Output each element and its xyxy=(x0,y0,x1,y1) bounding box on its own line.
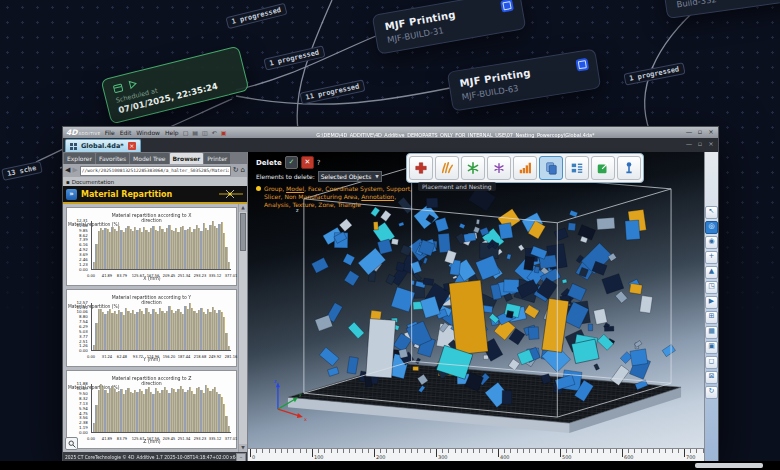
save-icon[interactable]: ◫ xyxy=(202,130,208,136)
box-export-icon[interactable]: ◳ xyxy=(705,281,718,294)
menu-window[interactable]: Window xyxy=(136,129,160,136)
address-input[interactable] xyxy=(80,166,231,176)
y-tick-label: 11.08 xyxy=(77,224,88,229)
title-bar[interactable]: 4D ADDITIVE File Edit Window Help ▢ ▤ ◫ … xyxy=(63,127,718,138)
ruler-label: 0 xyxy=(252,454,255,460)
rotate-icon[interactable]: ↻ xyxy=(705,386,718,399)
ruler-label: 300 xyxy=(438,454,448,460)
y-tick-label: 7.13 xyxy=(79,402,88,407)
axis-glyph-icon xyxy=(218,189,244,199)
y-tick-label: 6.29 xyxy=(79,325,88,330)
close-button[interactable]: × xyxy=(707,129,715,136)
scrollbar-thumb[interactable] xyxy=(240,213,246,251)
confirm-button[interactable]: ✓ xyxy=(285,156,298,169)
menu-bar: File Edit Window Help xyxy=(105,129,179,136)
doc-close-button[interactable]: × xyxy=(707,141,715,148)
compare-icon[interactable]: ▢ xyxy=(183,130,189,136)
delete-tool-panel: Delete ✓ ✕ ? Elements to delete: Selecte… xyxy=(256,156,414,208)
document-grid-icon xyxy=(70,143,77,150)
grid-icon[interactable]: ⊞ xyxy=(705,311,718,324)
placement-nesting-button[interactable] xyxy=(539,156,563,180)
layout-grid-button[interactable] xyxy=(565,156,589,180)
elements-to-delete-label: Elements to delete: xyxy=(256,173,315,180)
chart-z-direction: Material repartition according to Z dire… xyxy=(66,370,237,449)
svg-text:x: x xyxy=(304,416,307,422)
y-tick-label: 3.69 xyxy=(79,253,88,258)
play-icon xyxy=(126,78,138,90)
chevron-down-icon: ▼ xyxy=(375,174,378,179)
play-icon[interactable]: ▶ xyxy=(705,296,718,309)
delete-box-icon[interactable]: ⊠ xyxy=(705,371,718,384)
minimize-button[interactable]: — xyxy=(685,129,693,136)
report-icon: » xyxy=(66,189,77,200)
viewport-3d[interactable]: z z y x xyxy=(248,152,704,448)
toolbar-tooltip: Placement and Nesting xyxy=(418,182,496,191)
open-icon[interactable]: ▤ xyxy=(192,130,198,136)
menu-edit[interactable]: Edit xyxy=(120,129,132,136)
cancel-button[interactable]: ✕ xyxy=(301,156,314,169)
report-header: » Material Repartition xyxy=(63,186,247,204)
hand-tool-button[interactable] xyxy=(435,156,459,180)
tab-close-icon[interactable]: × xyxy=(128,142,136,150)
frame-icon[interactable]: ◻ xyxy=(705,356,718,369)
statistics-bars-button[interactable] xyxy=(513,156,537,180)
y-tick-label: 9.85 xyxy=(79,228,88,233)
documentation-link[interactable]: ▪Documentation xyxy=(63,177,247,186)
group-icon[interactable]: ▣ xyxy=(705,341,718,354)
horizontal-scrollbar[interactable] xyxy=(695,463,763,468)
report-charts-area[interactable]: Material repartition according to X dire… xyxy=(63,204,247,452)
undo-icon[interactable]: ↶ xyxy=(212,130,217,136)
chart-y-direction: Material repartition according to Y dire… xyxy=(66,289,237,368)
machine-badge-icon xyxy=(500,0,514,13)
doc-maximize-button[interactable]: ▫ xyxy=(696,141,704,148)
y-tick-label: 7.54 xyxy=(79,320,88,325)
machine-badge-icon xyxy=(575,58,589,72)
menu-file[interactable]: File xyxy=(105,129,115,136)
document-tab[interactable]: Global.4da* × xyxy=(65,139,141,152)
ruler-label: 200 xyxy=(376,454,386,460)
home-icon[interactable]: ⌂ xyxy=(241,167,245,174)
app-logo: 4D ADDITIVE xyxy=(66,128,101,137)
viewport-ruler: 0100200300400500600700 xyxy=(248,448,704,462)
y-tick-label: 2.46 xyxy=(79,258,88,263)
hint-bullet-icon xyxy=(256,186,261,191)
cursor-icon[interactable]: ↖ xyxy=(705,206,718,219)
back-button[interactable]: ◀ xyxy=(65,167,70,174)
nesting-green-button[interactable] xyxy=(461,156,485,180)
forward-button[interactable]: ▶ xyxy=(72,167,77,174)
tab-browser[interactable]: Browser xyxy=(170,153,204,164)
doc-minimize-button[interactable]: — xyxy=(685,141,693,148)
elements-dropdown[interactable]: Selected Objects ▼ xyxy=(318,171,382,182)
report-title: Material Repartition xyxy=(81,190,214,199)
move-icon[interactable]: + xyxy=(705,251,718,264)
menu-help[interactable]: Help xyxy=(165,129,179,136)
y-tick-label: 12.31 xyxy=(77,219,88,224)
scroll-up-icon[interactable]: ▲ xyxy=(239,204,247,212)
tab-favorites[interactable]: Favorites xyxy=(96,153,129,164)
nesting-purple-button[interactable] xyxy=(487,156,511,180)
browser-panel: Explorer Favorites Model Tree Browser Pr… xyxy=(63,152,248,462)
maximize-button[interactable]: ▫ xyxy=(696,129,704,136)
y-tick-label: 5.94 xyxy=(79,406,88,411)
shapes-icon[interactable]: ▲ xyxy=(705,266,718,279)
pin-button[interactable] xyxy=(617,156,641,180)
export-button[interactable] xyxy=(591,156,615,180)
magnifier-icon xyxy=(68,440,76,448)
refresh-icon[interactable]: ↻ xyxy=(233,167,239,174)
charts-scrollbar[interactable]: ▲ ▼ xyxy=(238,204,247,452)
scroll-down-icon[interactable]: ▼ xyxy=(239,444,247,452)
chart-x-direction: Material repartition according to X dire… xyxy=(66,207,237,286)
cubes-icon[interactable]: ▦ xyxy=(705,326,718,339)
svg-text:y: y xyxy=(299,391,302,398)
magnifier-button[interactable] xyxy=(65,437,78,450)
help-icon[interactable]: ? xyxy=(317,159,321,167)
record-icon[interactable]: ◉ xyxy=(705,236,718,249)
tab-explorer[interactable]: Explorer xyxy=(64,153,95,164)
print-icon[interactable]: ▣ xyxy=(221,130,227,136)
ruler-label: 100 xyxy=(314,454,324,460)
target-icon[interactable]: ◎ xyxy=(705,221,718,234)
tab-printer[interactable]: Printer xyxy=(204,153,230,164)
document-tab-bar: Global.4da* × — ▫ × xyxy=(63,138,718,152)
tab-model-tree[interactable]: Model Tree xyxy=(130,153,168,164)
browser-nav-bar: ◀ ▶ ↻ ⌂ xyxy=(63,164,247,177)
